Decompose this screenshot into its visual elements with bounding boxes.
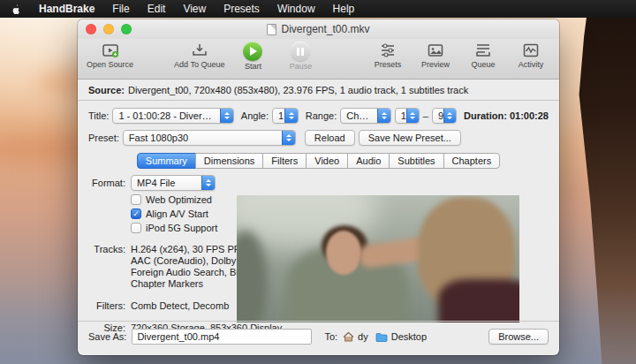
align-av-label: Align A/V Start: [146, 209, 208, 219]
menu-window[interactable]: Window: [269, 3, 324, 15]
format-popup[interactable]: MP4 File: [131, 175, 216, 191]
home-icon: [343, 331, 354, 342]
document-icon: [267, 24, 276, 35]
preset-row: Preset: Fast 1080p30 Reload Save New Pre…: [78, 130, 559, 146]
title-label: Title:: [88, 110, 109, 121]
tab-bar: Summary Dimensions Filters Video Audio S…: [78, 153, 559, 169]
queue-icon: [474, 42, 492, 59]
to-label: To:: [324, 331, 337, 342]
folder-icon: [375, 332, 388, 342]
tab-filters[interactable]: Filters: [262, 153, 307, 169]
presets-button[interactable]: Presets: [368, 42, 407, 69]
tab-audio[interactable]: Audio: [347, 153, 390, 169]
align-av-checkbox[interactable]: [131, 209, 141, 219]
web-optimized-label: Web Optimized: [146, 194, 212, 205]
title-popup[interactable]: 1 - 01:00:28 - Divergent_t00: [112, 108, 233, 124]
ipod-support-checkbox[interactable]: [131, 223, 141, 233]
rock-formation: [555, 0, 636, 364]
presets-icon: [379, 42, 397, 59]
apple-icon: [11, 4, 21, 15]
apple-menu[interactable]: [0, 4, 30, 15]
menu-presets[interactable]: Presets: [215, 3, 269, 15]
source-summary: Source:Divergent_t00, 720x480 (853x480),…: [78, 80, 559, 101]
open-source-button[interactable]: Open Source: [87, 42, 133, 69]
destination-folder: Desktop: [391, 331, 427, 342]
tab-video[interactable]: Video: [306, 153, 348, 169]
source-label: Source:: [88, 85, 125, 95]
browse-button[interactable]: Browse...: [488, 329, 549, 345]
preset-popup[interactable]: Fast 1080p30: [123, 130, 296, 146]
menubar-app-name[interactable]: HandBrake: [30, 3, 103, 15]
web-optimized-checkbox[interactable]: [131, 194, 141, 205]
popup-caret-icon: [284, 109, 298, 123]
range-from-popup[interactable]: 1: [395, 108, 420, 124]
popup-caret-icon: [201, 176, 215, 190]
range-to-popup[interactable]: 9: [432, 108, 457, 124]
add-to-queue-button[interactable]: Add To Queue: [174, 42, 224, 71]
popup-caret-icon: [443, 109, 456, 123]
popup-caret-icon: [377, 109, 390, 123]
tab-dimensions[interactable]: Dimensions: [195, 153, 263, 169]
activity-icon: [522, 42, 540, 59]
handbrake-window: Divergent_t00.mkv Open Source Add: [78, 19, 559, 355]
zoom-button[interactable]: [121, 24, 132, 34]
open-source-icon: [102, 42, 119, 59]
title-row: Title: 1 - 01:00:28 - Divergent_t00 Angl…: [78, 108, 559, 124]
window-title: Divergent_t00.mkv: [281, 23, 369, 35]
filters-value: Comb Detect, Decomb: [131, 300, 229, 312]
duration-text: Duration: 01:00:28: [464, 110, 549, 121]
reload-button[interactable]: Reload: [305, 130, 355, 146]
menu-help[interactable]: Help: [324, 3, 364, 15]
start-icon: [243, 42, 262, 61]
activity-button[interactable]: Activity: [511, 42, 550, 69]
save-as-label: Save As:: [88, 331, 126, 342]
pause-button[interactable]: Pause: [281, 42, 320, 71]
preview-button[interactable]: Preview: [416, 42, 455, 69]
tab-subtitles[interactable]: Subtitles: [389, 153, 443, 169]
video-preview-image: [237, 195, 519, 322]
ipod-support-label: iPod 5G Support: [146, 223, 217, 233]
minimize-button[interactable]: [103, 24, 114, 34]
source-value: Divergent_t00, 720x480 (853x480), 23.976…: [128, 85, 468, 95]
window-titlebar[interactable]: Divergent_t00.mkv: [78, 19, 559, 39]
filters-label: Filters:: [88, 300, 125, 311]
menu-edit[interactable]: Edit: [139, 3, 175, 15]
format-label: Format:: [88, 178, 125, 188]
add-to-queue-icon: [191, 42, 208, 59]
start-button[interactable]: Start: [233, 42, 272, 71]
tab-summary[interactable]: Summary: [137, 153, 196, 169]
popup-caret-icon: [220, 109, 233, 123]
range-label: Range:: [306, 110, 337, 121]
queue-button[interactable]: Queue: [464, 42, 503, 69]
destination-user: dy: [358, 331, 368, 342]
save-new-preset-button[interactable]: Save New Preset...: [359, 130, 461, 146]
destination-bar: Save As: To: dy Desktop Browse...: [78, 321, 559, 345]
range-type-popup[interactable]: Chapters: [340, 108, 390, 124]
pause-icon: [291, 42, 310, 61]
angle-popup[interactable]: 1: [272, 108, 299, 124]
range-separator: –: [423, 110, 428, 121]
destination-popup[interactable]: dy Desktop: [343, 331, 427, 342]
popup-caret-icon: [282, 131, 295, 145]
preset-label: Preset:: [88, 133, 119, 143]
menu-file[interactable]: File: [103, 3, 138, 15]
tracks-label: Tracks:: [88, 244, 125, 254]
angle-label: Angle:: [241, 110, 269, 121]
toolbar: Open Source Add To Queue Start Pause: [78, 39, 559, 80]
preview-icon: [427, 42, 444, 59]
popup-caret-icon: [406, 109, 419, 123]
menu-view[interactable]: View: [174, 3, 215, 15]
tab-chapters[interactable]: Chapters: [443, 153, 501, 169]
close-button[interactable]: [86, 24, 96, 34]
menubar: HandBrake File Edit View Presets Window …: [0, 0, 636, 18]
save-as-input[interactable]: [132, 329, 312, 345]
